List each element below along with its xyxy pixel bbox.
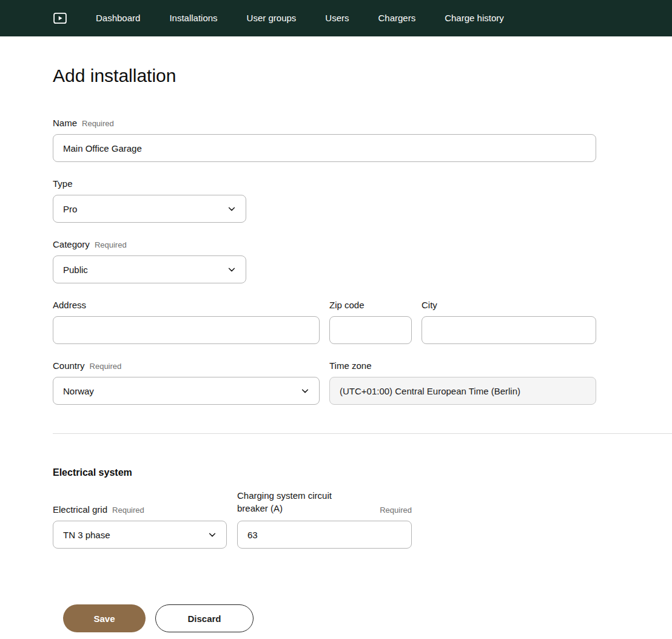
address-field-group: Address bbox=[53, 300, 320, 344]
city-field-group: City bbox=[422, 300, 596, 344]
breaker-required-tag: Required bbox=[380, 505, 412, 515]
electrical-system-heading: Electrical system bbox=[53, 467, 672, 478]
category-select[interactable]: Public bbox=[53, 255, 246, 283]
section-divider bbox=[53, 433, 672, 434]
country-field-group: Country Required Norway bbox=[53, 360, 320, 405]
category-required-tag: Required bbox=[95, 240, 127, 249]
timezone-label: Time zone bbox=[329, 360, 371, 371]
grid-label: Electrical grid bbox=[53, 504, 107, 515]
page-title: Add installation bbox=[53, 66, 672, 86]
type-label: Type bbox=[53, 178, 73, 189]
city-label: City bbox=[422, 300, 437, 310]
chevron-down-icon bbox=[301, 387, 309, 395]
city-input[interactable] bbox=[422, 316, 596, 344]
discard-button[interactable]: Discard bbox=[155, 604, 254, 632]
save-button[interactable]: Save bbox=[63, 604, 146, 632]
form-actions: Save Discard bbox=[63, 604, 672, 632]
breaker-field-group: Charging system circuit breaker (A) Requ… bbox=[237, 489, 412, 549]
grid-select-value: TN 3 phase bbox=[63, 530, 110, 540]
category-field-group: Category Required Public bbox=[53, 239, 596, 283]
country-select[interactable]: Norway bbox=[53, 377, 320, 405]
breaker-label: Charging system circuit breaker (A) bbox=[237, 489, 358, 515]
type-field-group: Type Pro bbox=[53, 178, 596, 223]
timezone-field-group: Time zone bbox=[329, 360, 596, 405]
name-label: Name bbox=[53, 118, 77, 128]
type-select-value: Pro bbox=[63, 204, 77, 214]
address-row: Address Zip code City bbox=[53, 300, 596, 344]
grid-select[interactable]: TN 3 phase bbox=[53, 521, 227, 549]
zip-field-group: Zip code bbox=[329, 300, 412, 344]
grid-field-group: Electrical grid Required TN 3 phase bbox=[53, 504, 227, 549]
nav-item-user-groups[interactable]: User groups bbox=[247, 0, 297, 36]
chevron-down-icon bbox=[227, 265, 236, 274]
nav-item-users[interactable]: Users bbox=[325, 0, 349, 36]
address-input[interactable] bbox=[53, 316, 320, 344]
chevron-down-icon bbox=[227, 205, 236, 213]
address-label: Address bbox=[53, 300, 86, 310]
grid-required-tag: Required bbox=[112, 505, 144, 515]
chevron-down-icon bbox=[208, 530, 217, 539]
category-label: Category bbox=[53, 239, 90, 249]
add-installation-form: Name Required Type Pro Category Required bbox=[53, 118, 596, 405]
main-content: Add installation Name Required Type Pro bbox=[0, 66, 672, 632]
name-input[interactable] bbox=[53, 134, 596, 162]
nav-item-installations[interactable]: Installations bbox=[169, 0, 217, 36]
country-label: Country bbox=[53, 360, 85, 371]
electrical-row: Electrical grid Required TN 3 phase Char… bbox=[53, 489, 672, 549]
zip-label: Zip code bbox=[329, 300, 365, 310]
breaker-input[interactable] bbox=[237, 521, 412, 549]
zip-input[interactable] bbox=[329, 316, 412, 344]
country-select-value: Norway bbox=[63, 386, 94, 396]
type-select[interactable]: Pro bbox=[53, 195, 246, 223]
country-required-tag: Required bbox=[90, 362, 122, 371]
name-field-group: Name Required bbox=[53, 118, 596, 162]
app-logo-icon[interactable] bbox=[53, 13, 67, 24]
category-select-value: Public bbox=[63, 265, 88, 275]
country-row: Country Required Norway Time zone bbox=[53, 360, 596, 405]
nav-item-charge-history[interactable]: Charge history bbox=[445, 0, 504, 36]
nav-item-dashboard[interactable]: Dashboard bbox=[96, 0, 140, 36]
nav-item-chargers[interactable]: Chargers bbox=[378, 0, 415, 36]
top-navigation: Dashboard Installations User groups User… bbox=[0, 0, 672, 36]
name-required-tag: Required bbox=[82, 119, 114, 128]
timezone-input bbox=[329, 377, 596, 405]
